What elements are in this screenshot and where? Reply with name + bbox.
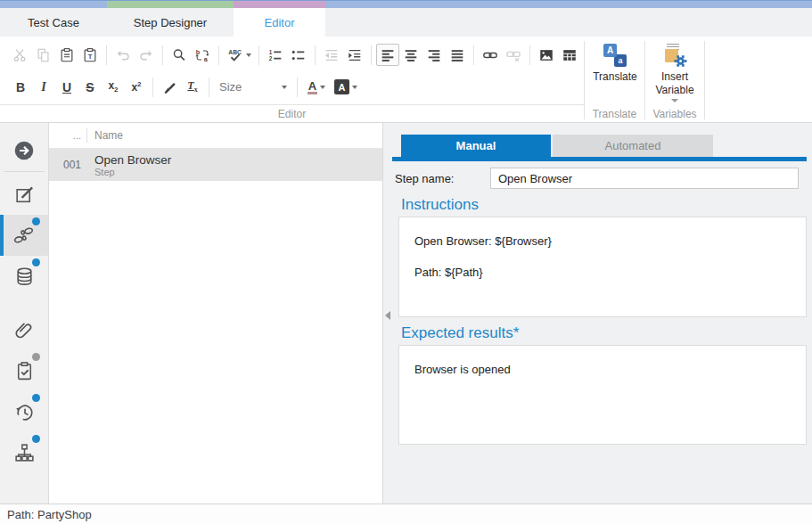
steps-list-header: ... Name <box>49 123 382 149</box>
column-header-dots[interactable]: ... <box>49 130 85 141</box>
database-icon <box>13 266 36 288</box>
fill-color-icon: A <box>334 79 349 94</box>
tab-automated[interactable]: Automated <box>553 135 713 157</box>
tab-test-case[interactable]: Test Case <box>0 8 107 37</box>
align-left-icon <box>380 47 396 63</box>
outdent-button[interactable] <box>320 44 343 66</box>
paperclip-icon <box>13 319 36 341</box>
stripe-step-designer <box>107 1 234 8</box>
sidebar-item-go-forward[interactable] <box>0 132 48 169</box>
detail-tabs-underline <box>392 157 807 161</box>
align-right-icon <box>426 47 442 63</box>
undo-button[interactable] <box>111 44 135 66</box>
search-button[interactable] <box>168 44 191 66</box>
redo-icon <box>138 47 154 63</box>
steps-list-panel: ... Name 001 Open Browser Step <box>49 123 383 504</box>
redo-button[interactable] <box>135 44 158 66</box>
align-justify-button[interactable] <box>446 44 469 66</box>
status-bar: Path: PartyShop <box>0 504 812 524</box>
clear-formatting-icon: Tx <box>187 79 197 94</box>
svg-text:2: 2 <box>269 55 273 61</box>
chevron-down-icon <box>282 86 287 89</box>
step-name-input[interactable] <box>490 168 799 189</box>
tab-manual[interactable]: Manual <box>401 135 551 157</box>
insert-variable-icon <box>662 43 687 68</box>
format-painter-button[interactable] <box>158 76 181 98</box>
sidebar-item-history[interactable] <box>0 391 48 432</box>
text-color-button[interactable]: A <box>302 76 331 98</box>
notification-badge <box>32 217 40 225</box>
instructions-editor[interactable]: Open Browser: ${Browser} Path: ${Path} <box>398 217 807 317</box>
sidebar-item-edit[interactable] <box>0 174 48 215</box>
toolbar-separator <box>106 45 107 65</box>
chevron-down-icon <box>246 53 251 57</box>
paste-icon <box>59 47 75 63</box>
search-icon <box>171 47 187 63</box>
insert-table-button[interactable] <box>558 44 581 66</box>
tab-editor[interactable]: Editor <box>234 8 325 37</box>
notification-badge <box>32 258 40 266</box>
link-button[interactable] <box>479 44 502 66</box>
ribbon: T ba ABC 12 <box>0 37 812 123</box>
insert-variable-label-line1: Insert <box>661 71 688 83</box>
svg-text:T: T <box>88 53 93 61</box>
step-number: 001 <box>49 159 85 171</box>
toolbar-row-2: B I U S x2 x2 Tx Size A A <box>9 76 361 98</box>
outdent-icon <box>324 47 340 63</box>
unlink-button[interactable] <box>502 44 525 66</box>
translate-button[interactable]: a A Translate <box>586 39 644 104</box>
bold-button[interactable]: B <box>9 76 32 98</box>
notification-badge <box>32 353 40 361</box>
image-icon <box>538 47 554 63</box>
column-header-name[interactable]: Name <box>87 129 123 142</box>
find-replace-icon: ba <box>194 47 210 63</box>
chevron-down-icon <box>671 99 678 102</box>
sidebar-item-steps[interactable] <box>0 215 48 256</box>
strikethrough-button[interactable]: S <box>78 76 102 98</box>
sidebar-item-test-data[interactable] <box>0 256 48 297</box>
underline-button[interactable]: U <box>55 76 78 98</box>
document-tabstrip: Test Case Step Designer Editor <box>0 1 812 37</box>
copy-button[interactable] <box>32 44 55 66</box>
cut-button[interactable] <box>9 44 32 66</box>
find-replace-button[interactable]: ba <box>191 44 214 66</box>
subscript-button[interactable]: x2 <box>102 76 125 98</box>
sidebar-item-checklist[interactable] <box>0 350 48 391</box>
clear-formatting-button[interactable]: Tx <box>181 76 204 98</box>
italic-button[interactable]: I <box>32 76 55 98</box>
expected-results-editor[interactable]: Browser is opened <box>398 345 807 445</box>
underline-icon: U <box>62 80 71 94</box>
font-size-dropdown[interactable]: Size <box>214 76 292 98</box>
ribbon-group-label-translate: Translate <box>585 108 644 120</box>
toolbar-row-1: T ba ABC 12 <box>9 44 581 66</box>
paste-button[interactable] <box>55 44 78 66</box>
collapse-panel-icon[interactable] <box>385 311 390 320</box>
step-type: Step <box>94 167 171 177</box>
bulleted-list-button[interactable] <box>287 44 310 66</box>
notification-badge <box>32 435 40 443</box>
indent-button[interactable] <box>343 44 366 66</box>
sidebar-item-hierarchy[interactable] <box>0 432 48 473</box>
hierarchy-icon <box>13 442 36 464</box>
paste-as-text-button[interactable]: T <box>78 44 102 66</box>
insert-variable-button[interactable]: Insert Variable <box>645 39 704 104</box>
text-color-icon: A <box>308 80 317 94</box>
align-center-button[interactable] <box>399 44 422 66</box>
tab-step-designer[interactable]: Step Designer <box>107 8 234 37</box>
align-center-icon <box>403 47 419 63</box>
superscript-button[interactable]: x2 <box>125 76 148 98</box>
sidebar-item-attachments[interactable] <box>0 309 48 350</box>
clipboard-check-icon <box>13 360 36 382</box>
toolbar-separator <box>529 45 530 65</box>
spellcheck-button[interactable]: ABC <box>224 44 254 66</box>
superscript-icon: x2 <box>131 80 141 94</box>
expected-results-title: Expected results* <box>401 324 807 342</box>
fill-color-button[interactable]: A <box>331 76 361 98</box>
numbered-list-button[interactable]: 12 <box>264 44 287 66</box>
align-left-button[interactable] <box>376 44 399 66</box>
history-icon <box>13 401 36 423</box>
align-right-button[interactable] <box>422 44 446 66</box>
step-row[interactable]: 001 Open Browser Step <box>49 149 382 181</box>
insert-image-button[interactable] <box>535 44 558 66</box>
strikethrough-icon: S <box>86 80 94 94</box>
